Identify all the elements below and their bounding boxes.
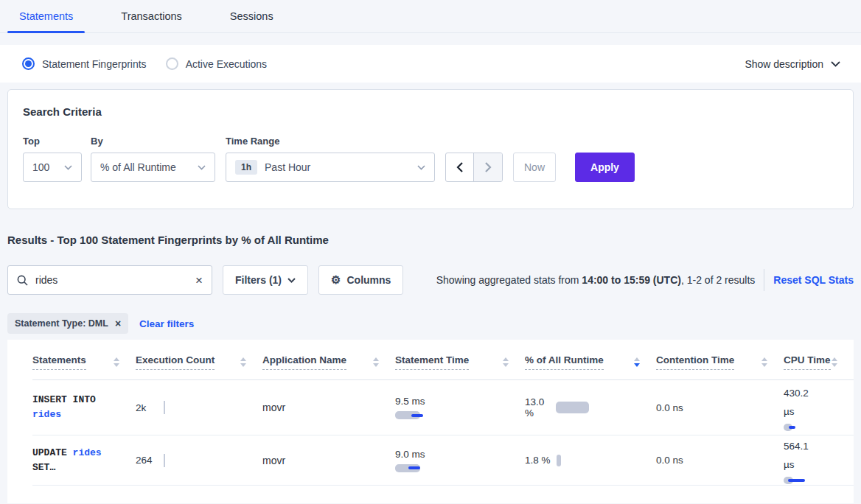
top-label: Top [23, 136, 82, 147]
column-header-execution-count[interactable]: Execution Count [136, 354, 262, 370]
filter-chips-row: Statement Type: DML × Clear filters [7, 313, 854, 334]
statement-link-rides[interactable]: rides [73, 447, 102, 458]
aggregated-stats-text: Showing aggregated stats from 14:00 to 1… [436, 274, 756, 286]
statement-time-bar [395, 464, 420, 472]
sort-icon-active-desc [634, 357, 640, 367]
time-range-select[interactable]: 1h Past Hour [226, 153, 435, 182]
view-toggle-bar: Statement Fingerprints Active Executions… [0, 45, 861, 83]
execution-count-cell: 264 [136, 454, 262, 467]
time-nav-group [445, 153, 503, 182]
top-tabbar: Statements Transactions Sessions [0, 0, 861, 33]
contention-time-cell: 0.0 ns [656, 402, 784, 413]
show-description-toggle[interactable]: Show description [745, 58, 840, 70]
chevron-down-icon [287, 278, 296, 283]
pct-runtime-bar [557, 455, 561, 466]
radio-selected-icon [22, 57, 35, 70]
search-input[interactable] [35, 274, 188, 286]
chevron-down-icon [64, 165, 72, 170]
pct-runtime-cell: 13.0 % [525, 396, 656, 419]
tab-statements[interactable]: Statements [7, 0, 85, 32]
filter-chip-statement-type[interactable]: Statement Type: DML × [7, 313, 128, 334]
by-select[interactable]: % of All Runtime [91, 153, 215, 182]
cpu-time-cell: 430.2 µs [784, 384, 854, 431]
columns-label: Columns [346, 274, 391, 286]
by-field: By % of All Runtime [91, 136, 215, 182]
by-label: By [91, 136, 215, 147]
column-header-statements[interactable]: Statements [32, 354, 136, 370]
chevron-down-icon [417, 165, 425, 170]
radio-label: Statement Fingerprints [42, 58, 147, 70]
statement-time-cell: 9.0 ms [395, 449, 525, 472]
tab-transactions[interactable]: Transactions [109, 0, 193, 32]
table-row: INSERT INTO rides 2k movr 9.5 ms 13.0 % … [32, 380, 854, 435]
statement-fingerprint-cell: INSERT INTO rides [32, 393, 136, 422]
column-header-contention-time[interactable]: Contention Time [656, 354, 784, 370]
time-range-field: Time Range 1h Past Hour [226, 136, 435, 182]
search-box: × [7, 265, 212, 295]
statement-link-rides[interactable]: rides [32, 409, 61, 420]
filters-label: Filters (1) [235, 274, 282, 286]
time-range-label: Time Range [226, 136, 435, 147]
show-description-label: Show description [745, 58, 823, 70]
apply-button[interactable]: Apply [575, 153, 635, 182]
application-name-cell: movr [262, 402, 395, 413]
sort-icon [832, 357, 837, 367]
results-controls: × Filters (1) ⚙ Columns Showing aggregat… [7, 265, 854, 295]
divider [764, 269, 764, 291]
time-prev-button[interactable] [446, 153, 474, 181]
sort-icon [373, 357, 379, 367]
search-icon [17, 275, 28, 286]
column-header-pct-all-runtime[interactable]: % of All Runtime [525, 354, 656, 370]
filters-button[interactable]: Filters (1) [223, 265, 308, 295]
cpu-time-bar [784, 477, 805, 484]
sort-icon [114, 357, 119, 367]
table-row: UPDATE rides SET… 264 movr 9.0 ms 1.8 % … [32, 435, 854, 486]
clear-search-icon[interactable]: × [195, 274, 203, 287]
search-criteria-title: Search Criteria [23, 105, 838, 118]
radio-label: Active Executions [186, 58, 268, 70]
view-radio-group: Statement Fingerprints Active Executions [22, 57, 267, 70]
cpu-time-cell: 564.1 µs [784, 437, 854, 484]
pct-runtime-bar [556, 402, 589, 413]
sort-icon [503, 357, 509, 367]
execution-count-bar [164, 454, 165, 467]
table-header-row: Statements Execution Count Application N… [32, 340, 854, 380]
filter-chip-label: Statement Type: DML [15, 318, 108, 329]
time-next-button[interactable] [474, 153, 502, 181]
chevron-right-icon [485, 162, 492, 172]
contention-time-cell: 0.0 ns [656, 455, 784, 466]
remove-filter-icon[interactable]: × [115, 318, 121, 329]
time-range-value: Past Hour [265, 161, 310, 173]
radio-active-executions[interactable]: Active Executions [166, 57, 268, 70]
chevron-down-icon [198, 165, 206, 170]
radio-statement-fingerprints[interactable]: Statement Fingerprints [22, 57, 147, 70]
gear-icon: ⚙ [331, 273, 341, 287]
clear-filters-link[interactable]: Clear filters [139, 318, 194, 329]
application-name-cell: movr [262, 455, 395, 466]
top-field: Top 100 [23, 136, 82, 182]
column-header-cpu-time[interactable]: CPU Time [784, 354, 854, 370]
cpu-time-bar [784, 424, 795, 431]
statements-table: Statements Execution Count Application N… [7, 340, 854, 503]
execution-count-bar [164, 401, 165, 414]
column-header-application-name[interactable]: Application Name [262, 354, 395, 370]
statement-fingerprint-cell: UPDATE rides SET… [32, 446, 136, 475]
results-title: Results - Top 100 Statement Fingerprints… [7, 234, 854, 246]
sort-icon [761, 357, 767, 367]
radio-unselected-icon [166, 57, 178, 70]
by-select-value: % of All Runtime [100, 161, 176, 173]
top-select[interactable]: 100 [23, 153, 82, 182]
now-button[interactable]: Now [513, 153, 556, 182]
time-range-badge: 1h [235, 160, 257, 175]
column-header-statement-time[interactable]: Statement Time [395, 354, 525, 370]
reset-sql-stats-link[interactable]: Reset SQL Stats [773, 274, 854, 286]
chevron-left-icon [456, 162, 463, 172]
tab-sessions[interactable]: Sessions [218, 0, 285, 32]
columns-button[interactable]: ⚙ Columns [318, 265, 403, 295]
statement-time-cell: 9.5 ms [395, 396, 525, 419]
search-criteria-card: Search Criteria Top 100 By % of All Runt… [7, 89, 854, 209]
top-select-value: 100 [32, 161, 49, 173]
statement-time-bar [395, 411, 423, 419]
chevron-down-icon [831, 61, 840, 67]
sort-icon [240, 357, 246, 367]
